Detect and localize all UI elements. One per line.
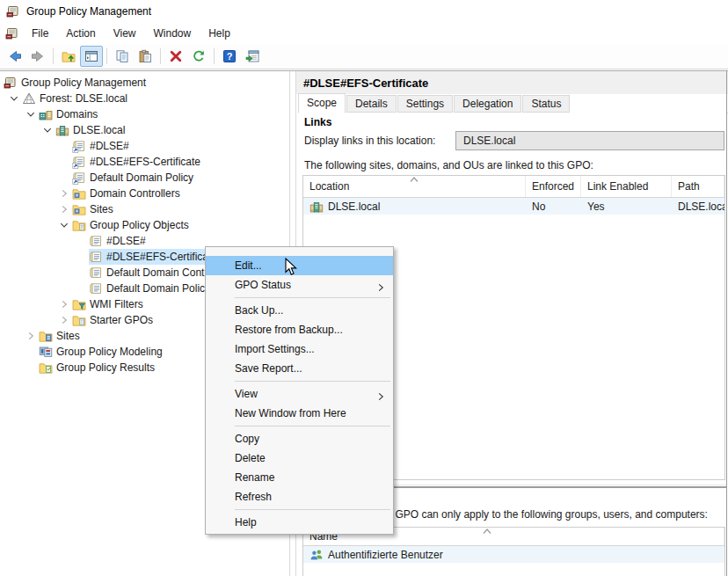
context-menu-item-refresh[interactable]: Refresh — [206, 487, 393, 507]
context-menu-item-help[interactable]: Help — [206, 513, 393, 532]
app-icon — [4, 76, 18, 90]
back-button[interactable] — [4, 46, 26, 67]
tab-status[interactable]: Status — [522, 95, 570, 113]
chevron-collapsed-icon[interactable] — [25, 329, 39, 343]
gpo-icon — [89, 250, 103, 264]
back-icon — [8, 49, 22, 63]
tree-item-sites[interactable]: Sites — [0, 201, 289, 217]
chevron-spacer — [76, 250, 89, 264]
forward-button[interactable] — [26, 46, 49, 67]
gpo-icon — [89, 281, 103, 295]
context-menu-item-new-window-from-here[interactable]: New Window from Here — [206, 404, 393, 423]
tree-item-label: Default Domain Policy — [90, 171, 193, 184]
domain-icon — [55, 123, 69, 137]
chevron-collapsed-icon[interactable] — [59, 297, 72, 311]
domains-icon — [39, 107, 53, 121]
chevron-spacer — [76, 234, 89, 248]
show-console-tree-button[interactable] — [80, 46, 103, 67]
console-icon — [5, 26, 19, 40]
column-header-link-enabled[interactable]: Link Enabled — [581, 176, 672, 197]
window-title: Group Policy Management — [26, 5, 151, 18]
sort-ascending-icon — [480, 528, 494, 535]
links-heading: Links — [304, 116, 331, 128]
chevron-expanded-icon[interactable] — [59, 218, 72, 232]
tree-item-label: Forest: DLSE.local — [40, 92, 127, 105]
context-menu-item-restore-from-backup[interactable]: Restore from Backup... — [206, 320, 393, 339]
gpo-icon — [89, 234, 103, 248]
context-menu-item-edit[interactable]: Edit... — [206, 256, 393, 275]
tab-delegation[interactable]: Delegation — [454, 95, 521, 113]
gpo-title: #DLSE#EFS-Certificate — [296, 71, 728, 94]
tree-item-domains[interactable]: Domains — [0, 106, 289, 122]
paste-button[interactable] — [134, 46, 157, 67]
menu-view[interactable]: View — [105, 25, 145, 42]
context-menu-item-import-settings[interactable]: Import Settings... — [206, 339, 393, 359]
location-dropdown[interactable]: DLSE.local — [455, 131, 724, 150]
folder-starter-icon — [72, 313, 86, 327]
chevron-collapsed-icon[interactable] — [59, 313, 72, 327]
tree-item-label: Default Domain Policy — [106, 282, 210, 295]
column-header-enforced[interactable]: Enforced — [526, 176, 581, 197]
context-menu-item-back-up[interactable]: Back Up... — [206, 301, 393, 320]
chevron-collapsed-icon[interactable] — [59, 186, 72, 201]
menu-file[interactable]: File — [23, 25, 57, 42]
context-menu-item-gpo-status[interactable]: GPO Status — [206, 275, 393, 295]
context-menu-item-copy[interactable]: Copy — [206, 429, 393, 448]
paste-icon — [138, 49, 152, 63]
chevron-collapsed-icon[interactable] — [59, 202, 72, 216]
column-header-path[interactable]: Path — [672, 176, 724, 197]
toolbar-separator — [214, 48, 215, 64]
gpo-context-menu: Edit...GPO StatusBack Up...Restore from … — [205, 246, 394, 535]
tree-item-group-policy-objects[interactable]: Group Policy Objects — [0, 217, 289, 233]
ou-icon — [72, 186, 86, 201]
submenu-arrow-icon — [375, 280, 386, 290]
chevron-spacer — [25, 345, 39, 359]
chevron-spacer — [25, 361, 39, 375]
export-list-button[interactable] — [241, 46, 264, 67]
context-menu-item-save-report[interactable]: Save Report... — [206, 359, 393, 378]
chevron-expanded-icon[interactable] — [25, 107, 39, 121]
chevron-spacer — [59, 155, 72, 169]
context-menu-item-rename[interactable]: Rename — [206, 468, 393, 487]
table-row-authentifizierte-benutzer[interactable]: Authentifizierte Benutzer — [303, 546, 724, 563]
tree-item-domain-controllers[interactable]: Domain Controllers — [0, 186, 289, 201]
tab-scope[interactable]: Scope — [298, 93, 346, 113]
app-icon — [6, 4, 20, 18]
tree-item-default-domain-policy[interactable]: Default Domain Policy — [0, 170, 289, 186]
menu-help[interactable]: Help — [200, 25, 239, 42]
menu-bar: FileActionViewWindowHelp — [0, 22, 728, 44]
tree-item-dlse-efs-certificate[interactable]: #DLSE#EFS-Certificate — [0, 154, 289, 170]
up-one-level-button[interactable] — [57, 46, 80, 67]
context-menu-item-delete[interactable]: Delete — [206, 448, 393, 468]
cell-enforced: No — [526, 201, 581, 213]
delete-icon — [169, 49, 183, 63]
table-row-dlse-local[interactable]: DLSE.localNoYesDLSE.local — [303, 198, 724, 215]
cell-path: DLSE.local — [672, 201, 725, 213]
tab-settings[interactable]: Settings — [397, 95, 453, 113]
menu-window[interactable]: Window — [145, 25, 200, 42]
window-right-border — [726, 71, 727, 576]
folder-wmi-icon — [72, 297, 86, 311]
refresh-button[interactable] — [187, 46, 210, 67]
tree-item-group-policy-management[interactable]: Group Policy Management — [0, 75, 289, 91]
cell-location: DLSE.local — [303, 200, 526, 214]
gp-modeling-icon — [39, 345, 53, 359]
tree-item-forest-dlse-local[interactable]: Forest: DLSE.local — [0, 91, 289, 106]
context-menu-item-view[interactable]: View — [206, 384, 393, 404]
gpo-icon — [89, 266, 103, 280]
cell-link-enabled: Yes — [581, 201, 672, 213]
chevron-expanded-icon[interactable] — [42, 123, 55, 137]
delete-button[interactable] — [164, 46, 187, 67]
refresh-icon — [192, 49, 206, 63]
domain-icon — [309, 200, 324, 214]
help-button[interactable]: ? — [218, 46, 241, 67]
menu-separator — [235, 381, 390, 382]
tree-item-dlse-local[interactable]: DLSE.local — [0, 122, 289, 138]
copy-button[interactable] — [111, 46, 134, 67]
menu-action[interactable]: Action — [57, 25, 104, 42]
tree-item-dlse[interactable]: #DLSE# — [0, 138, 289, 154]
tab-details[interactable]: Details — [346, 95, 397, 113]
gpo-link-icon — [72, 139, 86, 153]
tree-item-label: Domain Controllers — [90, 187, 180, 200]
chevron-expanded-icon[interactable] — [9, 91, 22, 106]
